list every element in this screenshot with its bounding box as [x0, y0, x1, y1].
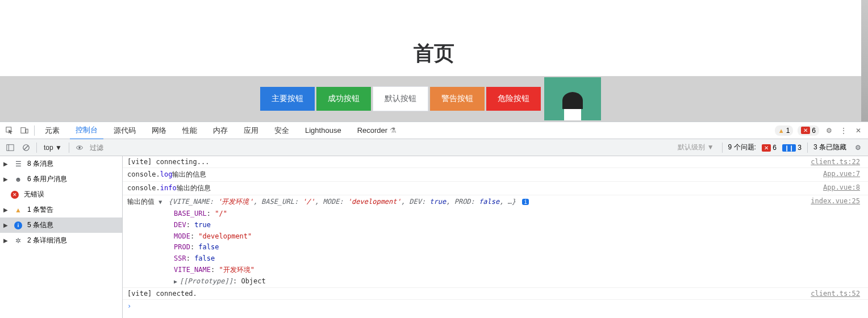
tab-network[interactable]: 网络: [146, 122, 172, 139]
error-icon: ✕: [10, 190, 19, 199]
filter-input[interactable]: [90, 144, 671, 152]
sidebar-toggle-icon[interactable]: [5, 142, 16, 153]
tab-application[interactable]: 应用: [238, 122, 264, 139]
success-button[interactable]: 成功按钮: [316, 87, 371, 111]
sidebar-item-errors[interactable]: ✕ 无错误: [0, 187, 122, 202]
console-sidebar: ▶ ☰ 8 条消息 ▶ ☻ 6 条用户消息 ✕ 无错误 ▶ ▲ 1 条警告 ▶ …: [0, 156, 123, 318]
page-title: 首页: [0, 0, 868, 68]
errors-badge[interactable]: ✕6: [798, 125, 819, 136]
page-scrollbar[interactable]: [861, 0, 868, 122]
console-prompt[interactable]: ›: [123, 300, 868, 312]
tab-elements[interactable]: 元素: [39, 122, 65, 139]
sidebar-item-info[interactable]: ▶ i 5 条信息: [0, 217, 122, 233]
log-source[interactable]: index.vue:25: [811, 197, 863, 207]
separator: [69, 143, 69, 153]
log-row: console.info输出的信息 App.vue:8: [123, 182, 868, 195]
tab-lighthouse[interactable]: Lighthouse: [299, 123, 347, 138]
warn-count: 1: [786, 127, 790, 135]
flask-icon: ⚗: [390, 126, 397, 135]
expand-icon: ▶: [174, 278, 177, 284]
user-icon: ☻: [14, 175, 23, 184]
settings-icon[interactable]: ⚙: [824, 125, 834, 136]
info-icon: ❙❙: [782, 144, 796, 152]
expand-icon: ▶: [3, 207, 9, 213]
log-source[interactable]: App.vue:8: [823, 183, 863, 193]
object-property: VITE_NAME: "开发环境": [123, 265, 868, 276]
proto-value: : Object: [233, 277, 266, 285]
sidebar-item-label: 2 条详细消息: [27, 236, 67, 245]
svg-rect-3: [7, 144, 14, 150]
page-content: 首页 主要按钮 成功按钮 默认按钮 警告按钮 危险按钮: [0, 0, 868, 122]
tab-sources[interactable]: 源代码: [108, 122, 141, 139]
live-expression-icon[interactable]: [74, 142, 85, 153]
context-selector[interactable]: top ▼: [41, 143, 64, 153]
device-icon[interactable]: [19, 125, 30, 136]
warning-button[interactable]: 警告按钮: [430, 87, 485, 111]
expand-icon: ▶: [3, 161, 9, 167]
tab-console[interactable]: 控制台: [70, 122, 103, 140]
log-text: [vite] connected.: [127, 290, 811, 298]
clear-console-icon[interactable]: [20, 142, 32, 153]
log-method: info: [160, 184, 177, 192]
danger-button[interactable]: 危险按钮: [486, 87, 541, 111]
sidebar-item-label: 1 条警告: [27, 205, 53, 215]
issues-label: 9 个问题:: [728, 143, 756, 152]
prop-value: false: [198, 243, 219, 251]
warnings-badge[interactable]: ▲1: [775, 125, 794, 136]
object-property: MODE: "development": [123, 231, 868, 242]
separator: [34, 125, 35, 136]
level-selector[interactable]: 默认级别 ▼: [675, 141, 716, 153]
object-prototype[interactable]: ▶[[Prototype]]: Object: [123, 276, 868, 287]
svg-point-8: [78, 147, 81, 149]
tab-recorder-label: Recorder: [357, 126, 387, 135]
log-row: [vite] connecting... client.ts:22: [123, 156, 868, 168]
sidebar-item-label: 5 条信息: [27, 220, 53, 230]
log-source[interactable]: App.vue:7: [823, 170, 863, 179]
sidebar-item-verbose[interactable]: ▶ ✲ 2 条详细消息: [0, 233, 122, 248]
default-button[interactable]: 默认按钮: [373, 86, 428, 111]
error-icon: ✕: [801, 127, 810, 134]
proto-label: [[Prototype]]: [180, 277, 233, 285]
sidebar-item-messages[interactable]: ▶ ☰ 8 条消息: [0, 156, 122, 171]
log-row-object: 输出的值 ▼ {VITE_NAME: '开发环境', BASE_URL: '/'…: [123, 195, 868, 208]
object-preview[interactable]: {VITE_NAME: '开发环境', BASE_URL: '/', MODE:…: [169, 198, 516, 206]
log-source[interactable]: client.ts:52: [811, 290, 863, 298]
log-source[interactable]: client.ts:22: [811, 158, 863, 166]
sidebar-item-warnings[interactable]: ▶ ▲ 1 条警告: [0, 202, 122, 217]
prop-value: "/": [215, 210, 227, 217]
log-row: [vite] connected. client.ts:52: [123, 287, 868, 300]
log-text: console.info输出的信息: [127, 183, 823, 193]
log-row: console.log输出的信息 App.vue:7: [123, 168, 868, 182]
expand-icon: ▶: [3, 176, 9, 182]
sidebar-item-user[interactable]: ▶ ☻ 6 条用户消息: [0, 171, 122, 187]
object-property: BASE_URL: "/": [123, 208, 868, 220]
object-property: PROD: false: [123, 242, 868, 253]
issue-info-count: 3: [798, 144, 802, 152]
prop-value: true: [194, 221, 211, 229]
tab-security[interactable]: 安全: [269, 122, 295, 139]
info-badge-icon[interactable]: i: [522, 199, 529, 205]
log-msg: 输出的信息: [172, 170, 206, 178]
inspect-icon[interactable]: [5, 125, 15, 136]
more-icon[interactable]: ⋮: [838, 125, 849, 136]
log-text: 输出的值 ▼ {VITE_NAME: '开发环境', BASE_URL: '/'…: [127, 197, 811, 207]
sidebar-item-label: 8 条消息: [27, 159, 53, 169]
issues-info[interactable]: ❙❙ 3: [782, 144, 802, 152]
log-prefix: console.: [127, 170, 160, 178]
sidebar-item-label: 无错误: [24, 190, 44, 199]
svg-rect-2: [26, 129, 28, 133]
primary-button[interactable]: 主要按钮: [260, 87, 315, 111]
hidden-label[interactable]: 3 条已隐藏: [813, 143, 846, 152]
tab-performance[interactable]: 性能: [177, 122, 203, 139]
devtools-body: ▶ ☰ 8 条消息 ▶ ☻ 6 条用户消息 ✕ 无错误 ▶ ▲ 1 条警告 ▶ …: [0, 156, 868, 318]
log-method: log: [160, 170, 173, 178]
log-text: console.log输出的信息: [127, 170, 823, 179]
issues-errors[interactable]: ✕ 6: [762, 144, 777, 152]
prop-value: false: [194, 254, 215, 262]
console-settings-icon[interactable]: ⚙: [852, 142, 863, 153]
tab-recorder[interactable]: Recorder ⚗: [352, 123, 402, 138]
collapse-icon[interactable]: ▼: [158, 199, 162, 205]
tab-memory[interactable]: 内存: [207, 122, 233, 139]
close-icon[interactable]: ✕: [853, 125, 863, 136]
prop-value: "开发环境": [219, 266, 254, 274]
